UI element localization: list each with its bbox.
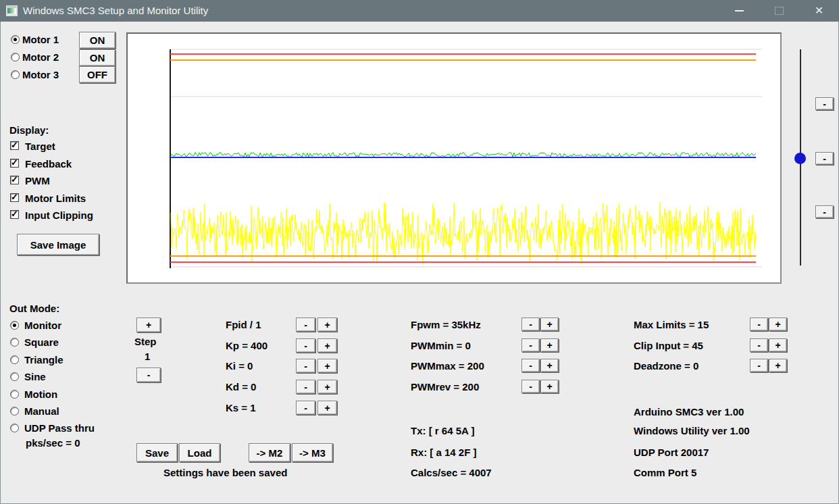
max-limits-minus-button[interactable]: -: [750, 318, 768, 331]
motor-1-label: Motor 1: [22, 34, 59, 45]
out-mode-triangle-label: Triangle: [24, 354, 63, 366]
motor-2-radio[interactable]: [11, 53, 20, 61]
scale-slider-thumb[interactable]: [794, 153, 806, 164]
pwmmax-minus-button[interactable]: -: [522, 359, 540, 372]
kd-plus-button[interactable]: +: [317, 380, 337, 394]
pwm-checkbox[interactable]: ✓: [10, 176, 19, 184]
arduino-version-text: Arduino SMC3 ver 1.00: [634, 406, 744, 418]
clip-input-minus-button[interactable]: -: [750, 338, 768, 352]
maximize-icon: [775, 7, 784, 15]
settings-status-text: Settings have been saved: [163, 467, 287, 478]
maximize-button[interactable]: [759, 0, 799, 22]
out-mode-udp-label: UDP Pass thru: [24, 422, 95, 434]
calcs-per-sec-text: Calcs/sec = 4007: [411, 467, 492, 478]
ki-minus-button[interactable]: -: [296, 359, 315, 373]
motor-3-radio[interactable]: [11, 70, 20, 79]
load-settings-button[interactable]: Load: [179, 443, 220, 462]
ki-plus-button[interactable]: +: [317, 359, 337, 373]
out-mode-section-label: Out Mode:: [9, 303, 59, 314]
fpwm-minus-button[interactable]: -: [522, 318, 540, 331]
deadzone-value-label: Deadzone = 0: [634, 360, 698, 372]
out-mode-monitor-label: Monitor: [24, 320, 61, 331]
out-mode-udp-radio[interactable]: [10, 424, 19, 432]
close-button[interactable]: ✕: [799, 0, 839, 22]
target-checkbox[interactable]: ✓: [10, 141, 19, 150]
feedback-checkbox[interactable]: ✓: [10, 159, 19, 168]
deadzone-minus-button[interactable]: -: [750, 359, 768, 372]
feedback-checkbox-label: Feedback: [25, 158, 72, 170]
out-mode-manual-label: Manual: [24, 405, 59, 417]
pwmmax-value-label: PWMmax = 200: [411, 360, 484, 372]
udp-port-text: UDP Port 20017: [634, 447, 709, 458]
out-mode-sine-label: Sine: [24, 371, 46, 382]
app-window: Windows SMC3 Setup and Monitor Utility ✕…: [0, 0, 839, 504]
out-mode-monitor-radio[interactable]: [10, 321, 19, 330]
check-icon: ✓: [11, 192, 18, 202]
out-mode-triangle-radio[interactable]: [10, 355, 19, 364]
fpid-value-label: Fpid / 1: [226, 319, 261, 330]
ks-value-label: Ks = 1: [226, 402, 256, 413]
check-icon: ✓: [11, 209, 18, 219]
scale-middle-minus-button[interactable]: -: [815, 152, 834, 165]
out-mode-motion-radio[interactable]: [10, 390, 19, 399]
motor-2-power-button[interactable]: ON: [79, 49, 116, 66]
out-mode-square-label: Square: [24, 336, 59, 348]
app-icon: [6, 5, 18, 16]
motor-limits-checkbox[interactable]: ✓: [10, 193, 19, 202]
fpid-minus-button[interactable]: -: [296, 318, 315, 332]
out-mode-manual-radio[interactable]: [10, 407, 19, 415]
ks-plus-button[interactable]: +: [317, 401, 337, 415]
save-image-button[interactable]: Save Image: [17, 234, 99, 255]
deadzone-plus-button[interactable]: +: [769, 359, 787, 372]
copy-to-m2-button[interactable]: -> M2: [249, 443, 290, 462]
step-decrease-button[interactable]: -: [136, 368, 161, 382]
pwmrev-plus-button[interactable]: +: [540, 380, 559, 393]
motor-1-power-button[interactable]: ON: [79, 32, 116, 49]
input-clipping-checkbox[interactable]: ✓: [10, 210, 19, 219]
pwmmin-plus-button[interactable]: +: [540, 338, 559, 352]
save-settings-button[interactable]: Save: [136, 443, 178, 462]
input-clipping-checkbox-label: Input Clipping: [25, 209, 93, 221]
minimize-button[interactable]: [719, 0, 759, 22]
max-limits-value-label: Max Limits = 15: [634, 319, 709, 330]
close-icon: ✕: [815, 5, 823, 16]
display-section-label: Display:: [9, 124, 49, 136]
out-mode-square-radio[interactable]: [10, 338, 19, 347]
scale-bottom-minus-button[interactable]: -: [815, 205, 834, 218]
motor-2-label: Motor 2: [22, 51, 59, 63]
windows-utility-version-text: Windows Utility ver 1.00: [634, 425, 750, 436]
check-icon: ✓: [11, 174, 18, 184]
pwmrev-minus-button[interactable]: -: [522, 380, 540, 393]
motor-3-power-button[interactable]: OFF: [79, 66, 116, 83]
pwmrev-value-label: PWMrev = 200: [411, 381, 479, 393]
motor-1-radio[interactable]: [11, 35, 20, 44]
minimize-icon: [735, 10, 744, 11]
clip-input-plus-button[interactable]: +: [769, 338, 787, 352]
kp-plus-button[interactable]: +: [317, 338, 337, 353]
kp-minus-button[interactable]: -: [296, 338, 315, 353]
fpwm-plus-button[interactable]: +: [540, 318, 559, 331]
scope-chart: [128, 34, 780, 282]
out-mode-sine-radio[interactable]: [10, 372, 19, 381]
kd-value-label: Kd = 0: [226, 381, 256, 393]
ks-minus-button[interactable]: -: [296, 401, 315, 415]
pwm-checkbox-label: PWM: [25, 175, 50, 186]
step-increase-button[interactable]: +: [136, 318, 161, 332]
out-mode-motion-label: Motion: [24, 388, 57, 400]
pwmmin-minus-button[interactable]: -: [522, 338, 540, 352]
kd-minus-button[interactable]: -: [296, 380, 315, 394]
window-title: Windows SMC3 Setup and Monitor Utility: [23, 5, 208, 16]
rx-status-text: Rx: [ a 14 2F ]: [411, 447, 477, 458]
pwmmin-value-label: PWMmin = 0: [411, 340, 471, 351]
clip-input-value-label: Clip Input = 45: [634, 340, 703, 351]
pwmmax-plus-button[interactable]: +: [540, 359, 559, 372]
step-value: 1: [145, 351, 150, 362]
motor-3-label: Motor 3: [22, 69, 59, 80]
comm-port-text: Comm Port 5: [634, 467, 696, 478]
copy-to-m3-button[interactable]: -> M3: [292, 443, 333, 462]
scale-top-minus-button[interactable]: -: [815, 97, 834, 110]
kp-value-label: Kp = 400: [226, 340, 268, 351]
fpid-plus-button[interactable]: +: [317, 318, 337, 332]
tx-status-text: Tx: [ r 64 5A ]: [411, 425, 474, 436]
max-limits-plus-button[interactable]: +: [769, 318, 787, 331]
